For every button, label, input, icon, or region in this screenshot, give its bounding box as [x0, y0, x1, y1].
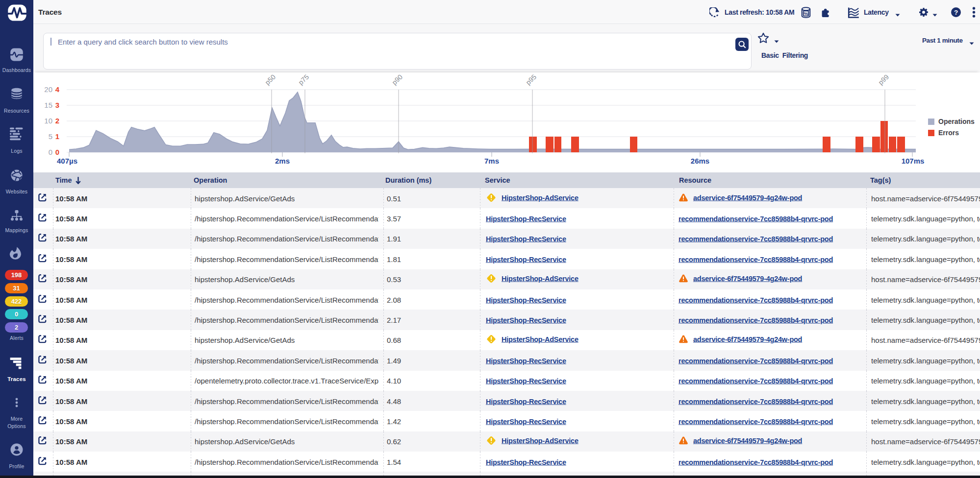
svg-text:26ms: 26ms	[691, 157, 709, 165]
svg-text:2: 2	[55, 117, 59, 125]
svg-text:7ms: 7ms	[484, 157, 499, 165]
svg-text:0: 0	[55, 148, 59, 156]
svg-text:10: 10	[44, 117, 52, 125]
svg-text:?: ?	[954, 9, 958, 16]
svg-text:407µs: 407µs	[57, 157, 77, 165]
svg-text:%: %	[804, 11, 808, 16]
svg-text:5: 5	[49, 132, 52, 141]
svg-text:1: 1	[55, 132, 59, 141]
svg-text:p99: p99	[877, 73, 890, 87]
svg-text:p95: p95	[524, 73, 538, 87]
svg-text:4: 4	[55, 85, 60, 94]
svg-text:p50: p50	[263, 73, 277, 87]
svg-text:107ms: 107ms	[902, 157, 925, 165]
svg-text:20: 20	[44, 85, 52, 94]
svg-text:15: 15	[44, 101, 52, 109]
svg-text:3: 3	[55, 101, 59, 109]
svg-text:p90: p90	[390, 73, 404, 87]
svg-text:2ms: 2ms	[275, 157, 290, 165]
svg-text:0: 0	[49, 148, 52, 156]
svg-text:Errors: Errors	[938, 129, 959, 137]
svg-text:Operations: Operations	[938, 118, 975, 125]
svg-text:p75: p75	[297, 73, 310, 87]
